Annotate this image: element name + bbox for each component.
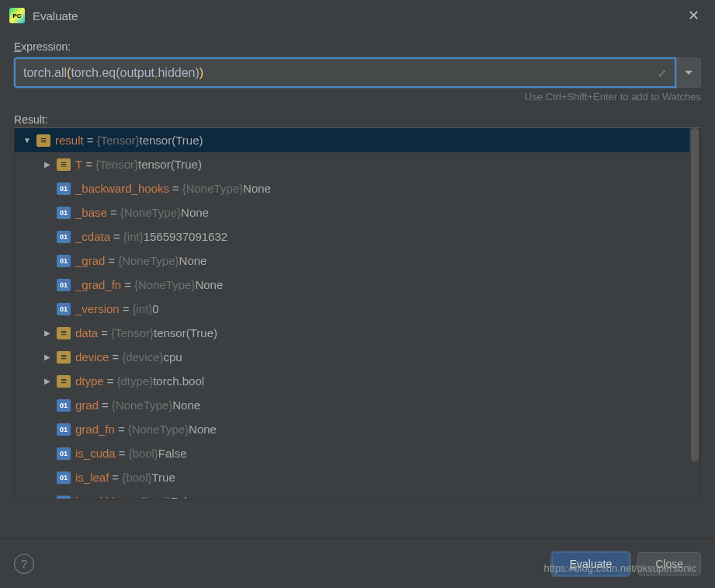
app-icon — [9, 8, 25, 23]
tree-row[interactable]: grad = {NoneType} None — [15, 393, 700, 417]
object-icon — [57, 375, 71, 388]
evaluate-button[interactable]: Evaluate — [552, 552, 630, 576]
type-hint: {bool} — [122, 471, 151, 484]
primitive-icon — [57, 255, 71, 267]
tree-row[interactable]: T = {Tensor} tensor(True) — [15, 152, 700, 176]
variable-name: result — [55, 134, 84, 147]
tree-row[interactable]: is_leaf = {bool} True — [15, 465, 700, 489]
tree-row[interactable]: data = {Tensor} tensor(True) — [15, 321, 700, 345]
variable-name: is_leaf — [75, 471, 109, 484]
type-hint: {dtype} — [116, 374, 153, 388]
variable-value: torch.bool — [153, 374, 204, 388]
hint-text: Use Ctrl+Shift+Enter to add to Watches — [14, 91, 701, 103]
variable-name: is_cuda — [75, 447, 116, 460]
type-hint: {NoneType} — [134, 278, 195, 291]
primitive-icon — [57, 183, 71, 195]
type-hint: {NoneType} — [182, 182, 243, 195]
variable-value: 1565937091632 — [144, 230, 227, 243]
object-icon — [57, 327, 71, 339]
expand-arrow-icon[interactable] — [41, 377, 54, 385]
variable-name: _cdata — [75, 230, 110, 243]
variable-name: grad — [75, 398, 99, 412]
tree-row[interactable]: _cdata = {int} 1565937091632 — [15, 224, 700, 249]
type-hint: {NoneType} — [112, 398, 172, 412]
tree-row[interactable]: is_cuda = {bool} False — [15, 441, 700, 465]
titlebar: Evaluate ✕ — [0, 0, 715, 31]
variable-name: _base — [75, 206, 107, 219]
tree-row[interactable]: result = {Tensor} tensor(True) — [15, 128, 700, 152]
scrollbar-thumb[interactable] — [691, 128, 699, 461]
expand-arrow-icon[interactable] — [21, 136, 33, 144]
object-icon — [36, 134, 50, 147]
expand-icon[interactable]: ⤢ — [658, 67, 667, 79]
result-label: Result: — [14, 113, 701, 128]
variable-value: tensor(True) — [154, 326, 217, 339]
tree-row[interactable]: _base = {NoneType} None — [15, 200, 700, 224]
expression-label: Expression: — [14, 40, 701, 53]
variable-value: False — [158, 447, 187, 460]
type-hint: {int} — [132, 302, 152, 315]
primitive-icon — [57, 496, 71, 500]
object-icon — [57, 158, 71, 171]
close-icon[interactable]: ✕ — [682, 4, 706, 27]
variable-name: dtype — [75, 374, 104, 388]
type-hint: {bool} — [128, 447, 158, 460]
type-hint: {device} — [122, 350, 163, 364]
type-hint: {Tensor} — [95, 158, 138, 171]
tree-row[interactable]: _grad_fn = {NoneType} None — [15, 273, 700, 297]
tree-row[interactable]: _grad = {NoneType} None — [15, 249, 700, 273]
variable-value: cpu — [164, 350, 182, 364]
expression-input[interactable]: torch.all(torch.eq(output,hidden))⤢ — [14, 57, 676, 88]
variable-value: None — [181, 206, 209, 219]
variable-value: None — [172, 398, 200, 412]
window-title: Evaluate — [33, 9, 682, 23]
tree-row[interactable]: _version = {int} 0 — [15, 297, 700, 321]
result-tree[interactable]: result = {Tensor} tensor(True)T = {Tenso… — [14, 128, 701, 499]
variable-name: _grad_fn — [75, 278, 121, 291]
type-hint: {NoneType} — [118, 254, 179, 267]
primitive-icon — [57, 231, 71, 243]
primitive-icon — [57, 471, 71, 484]
variable-name: is_mkldnn — [75, 495, 128, 499]
tree-row[interactable]: dtype = {dtype} torch.bool — [15, 369, 700, 393]
type-hint: {int} — [123, 230, 144, 243]
primitive-icon — [57, 423, 71, 436]
variable-value: tensor(True) — [140, 134, 203, 147]
tree-row[interactable]: device = {device} cpu — [15, 345, 700, 369]
expand-arrow-icon[interactable] — [41, 160, 54, 169]
variable-name: data — [75, 326, 98, 339]
expand-arrow-icon[interactable] — [41, 329, 54, 337]
tree-row[interactable]: grad_fn = {NoneType} None — [15, 417, 700, 441]
type-hint: {NoneType} — [120, 206, 181, 219]
variable-name: T — [75, 158, 82, 171]
variable-value: tensor(True) — [138, 158, 202, 171]
primitive-icon — [57, 207, 71, 219]
variable-value: None — [179, 254, 207, 267]
close-button[interactable]: Close — [637, 552, 701, 576]
variable-value: None — [195, 278, 223, 291]
scrollbar[interactable] — [689, 128, 700, 499]
type-hint: {NoneType} — [128, 423, 189, 436]
type-hint: {bool} — [141, 495, 170, 499]
variable-name: _version — [75, 302, 120, 315]
variable-name: _backward_hooks — [75, 182, 169, 195]
expand-arrow-icon[interactable] — [41, 353, 54, 361]
variable-name: device — [75, 350, 109, 364]
tree-row[interactable]: is_mkldnn = {bool} False — [15, 489, 700, 499]
variable-value: 0 — [152, 302, 158, 315]
variable-value: None — [189, 423, 217, 436]
variable-name: grad_fn — [75, 423, 115, 436]
primitive-icon — [57, 279, 71, 291]
object-icon — [57, 351, 71, 364]
variable-value: None — [243, 182, 271, 195]
expression-history-dropdown[interactable] — [676, 57, 701, 88]
primitive-icon — [57, 399, 71, 412]
tree-row[interactable]: _backward_hooks = {NoneType} None — [15, 176, 700, 200]
primitive-icon — [57, 447, 71, 460]
primitive-icon — [57, 303, 71, 315]
type-hint: {Tensor} — [96, 134, 139, 147]
type-hint: {Tensor} — [111, 326, 154, 339]
variable-value: True — [152, 471, 175, 484]
help-button[interactable]: ? — [14, 554, 34, 574]
variable-name: _grad — [75, 254, 105, 267]
